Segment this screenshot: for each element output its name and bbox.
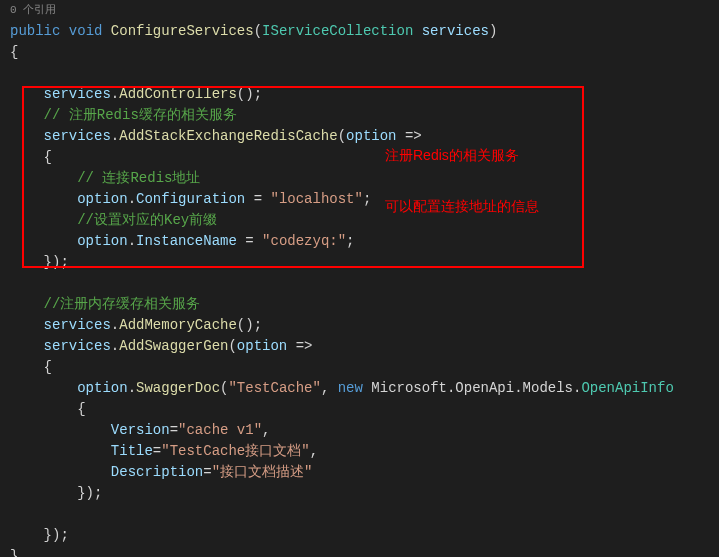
reference-count: 0 个引用	[0, 0, 719, 21]
comment: //注册内存缓存相关服务	[44, 296, 201, 312]
property: Description	[111, 464, 203, 480]
comment: // 注册Redis缓存的相关服务	[44, 107, 237, 123]
keyword-void: void	[69, 23, 103, 39]
annotation-text: 注册Redis的相关服务	[385, 145, 519, 166]
keyword-public: public	[10, 23, 60, 39]
method-name: ConfigureServices	[111, 23, 254, 39]
method-call: SwaggerDoc	[136, 380, 220, 396]
property: InstanceName	[136, 233, 237, 249]
string-literal: "cache v1"	[178, 422, 262, 438]
method-call: AddControllers	[119, 86, 237, 102]
lambda-param: option	[237, 338, 287, 354]
keyword-new: new	[338, 380, 363, 396]
param-name: services	[422, 23, 489, 39]
class-name: OpenApiInfo	[581, 380, 673, 396]
string-literal: "接口文档描述"	[212, 464, 313, 480]
property: Title	[111, 443, 153, 459]
code-editor[interactable]: public void ConfigureServices(IServiceCo…	[0, 21, 719, 557]
method-call: AddMemoryCache	[119, 317, 237, 333]
string-literal: "TestCache"	[228, 380, 320, 396]
lambda-param: option	[346, 128, 396, 144]
annotation-text: 可以配置连接地址的信息	[385, 196, 539, 217]
method-call: AddSwaggerGen	[119, 338, 228, 354]
identifier: option	[77, 191, 127, 207]
namespace: Models	[523, 380, 573, 396]
identifier: option	[77, 233, 127, 249]
string-literal: "localhost"	[270, 191, 362, 207]
identifier: option	[77, 380, 127, 396]
comment: //设置对应的Key前缀	[77, 212, 217, 228]
identifier: services	[44, 338, 111, 354]
property: Configuration	[136, 191, 245, 207]
identifier: services	[44, 317, 111, 333]
method-call: AddStackExchangeRedisCache	[119, 128, 337, 144]
comment: // 连接Redis地址	[77, 170, 200, 186]
identifier: services	[44, 128, 111, 144]
identifier: services	[44, 86, 111, 102]
namespace: Microsoft	[371, 380, 447, 396]
property: Version	[111, 422, 170, 438]
string-literal: "codezyq:"	[262, 233, 346, 249]
string-literal: "TestCache接口文档"	[161, 443, 309, 459]
namespace: OpenApi	[455, 380, 514, 396]
type-name: IServiceCollection	[262, 23, 413, 39]
